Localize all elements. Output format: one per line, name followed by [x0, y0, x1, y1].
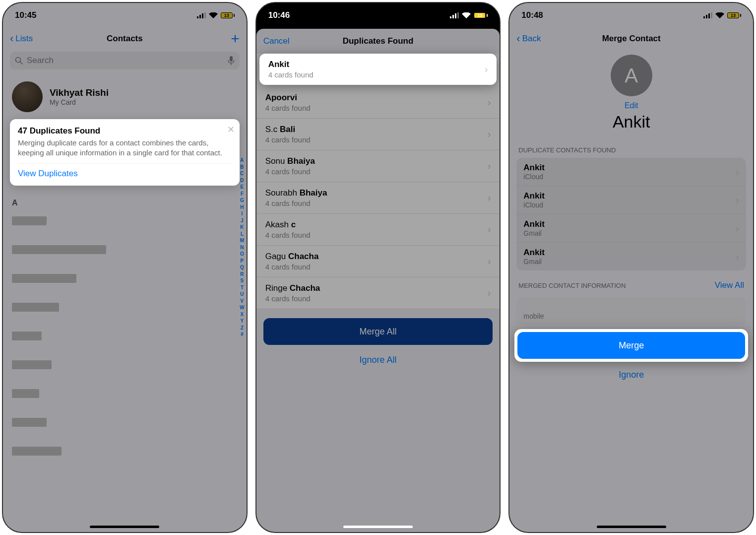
- svg-rect-8: [450, 16, 451, 18]
- home-indicator[interactable]: [90, 526, 159, 528]
- status-bar: 10:48 13: [509, 3, 753, 28]
- svg-rect-1: [199, 15, 201, 18]
- contact-subtitle: 4 cards found: [265, 294, 488, 303]
- duplicate-row[interactable]: Ringe Chacha4 cards found›: [256, 277, 500, 309]
- signal-icon: [450, 12, 459, 18]
- contact-subtitle: 4 cards found: [265, 167, 488, 176]
- duplicates-list: Ankit4 cards found›Apoorvi4 cards found›…: [256, 54, 500, 309]
- back-chevron-icon[interactable]: ‹: [10, 32, 13, 45]
- contact-row[interactable]: [12, 303, 247, 326]
- contact-first: Gagu: [265, 252, 288, 261]
- contact-row[interactable]: [12, 447, 247, 469]
- duplicate-source-row[interactable]: AnkitGmail›: [516, 243, 746, 270]
- page-title: Duplicates Found: [343, 36, 414, 46]
- svg-rect-2: [202, 13, 203, 18]
- contact-bold: Bhaiya: [300, 188, 327, 198]
- duplicate-row[interactable]: S.c Bali4 cards found›: [256, 119, 500, 150]
- cancel-button[interactable]: Cancel: [263, 36, 290, 46]
- signal-icon: [703, 12, 712, 18]
- contact-bold: Apoorvi: [265, 93, 297, 102]
- duplicate-sources-list: AnkitiCloud›AnkitiCloud›AnkitGmail›Ankit…: [516, 158, 746, 270]
- search-input[interactable]: Search: [10, 52, 240, 69]
- svg-rect-9: [452, 15, 454, 18]
- status-bar: 10:45 13: [3, 3, 247, 28]
- contact-subtitle: 4 cards found: [265, 263, 488, 271]
- contact-row[interactable]: [12, 216, 247, 239]
- chevron-right-icon: ›: [485, 64, 488, 75]
- chevron-right-icon: ›: [736, 251, 739, 263]
- duplicate-source-row[interactable]: AnkitiCloud›: [516, 186, 746, 214]
- chevron-right-icon: ›: [488, 160, 491, 172]
- lists-back-button[interactable]: Lists: [15, 34, 33, 44]
- svg-rect-13: [706, 15, 707, 18]
- mic-icon[interactable]: [228, 56, 235, 65]
- dup-source: Gmail: [523, 258, 545, 266]
- merged-info-panel: mobile: [516, 297, 746, 324]
- phone-screen-3: 10:48 13 ‹ Back Merge Contact: [508, 2, 754, 533]
- my-card-row[interactable]: Vikhyat Rishi My Card: [3, 74, 247, 119]
- avatar: [12, 81, 43, 112]
- duplicate-row[interactable]: Ankit4 cards found›: [259, 54, 497, 85]
- dup-name: Ankit: [523, 219, 545, 229]
- contact-row[interactable]: [12, 245, 247, 268]
- view-duplicates-button[interactable]: View Duplicates: [18, 169, 232, 179]
- status-time: 10:48: [521, 10, 543, 20]
- contact-name: Ankit: [518, 112, 744, 132]
- contact-row[interactable]: [12, 360, 247, 383]
- popup-title: 47 Duplicates Found: [18, 126, 232, 136]
- home-indicator[interactable]: [597, 526, 666, 528]
- popup-body: Merging duplicate cards for a contact co…: [18, 138, 232, 157]
- merge-button[interactable]: Merge: [517, 332, 745, 359]
- add-contact-button[interactable]: +: [231, 30, 240, 47]
- ignore-all-button[interactable]: Ignore All: [256, 350, 500, 370]
- chevron-right-icon: ›: [488, 224, 491, 235]
- duplicate-row[interactable]: Akash c4 cards found›: [256, 214, 500, 246]
- search-placeholder: Search: [27, 56, 224, 66]
- contact-subtitle: 4 cards found: [268, 70, 485, 79]
- contact-subtitle: 4 cards found: [265, 199, 488, 207]
- contact-first: Sonu: [265, 156, 287, 166]
- my-card-sub: My Card: [50, 98, 109, 106]
- dup-name: Ankit: [523, 163, 545, 173]
- svg-rect-6: [230, 56, 233, 62]
- contact-row[interactable]: [12, 274, 247, 297]
- contact-row[interactable]: [12, 332, 247, 354]
- svg-rect-11: [457, 12, 459, 18]
- merge-all-button[interactable]: Merge All: [263, 318, 493, 345]
- contacts-screen: 10:45 13 ‹ Lists Contacts +: [3, 3, 247, 532]
- dup-source: iCloud: [523, 173, 545, 181]
- duplicate-row[interactable]: Sourabh Bhaiya4 cards found›: [256, 182, 500, 214]
- view-all-button[interactable]: View All: [715, 280, 744, 290]
- contact-first: Sourabh: [265, 188, 300, 198]
- phone-screen-2: 10:46 13 Cancel Duplicates Found Ankit4 …: [255, 2, 501, 533]
- close-icon[interactable]: ✕: [227, 124, 235, 135]
- duplicate-source-row[interactable]: AnkitGmail›: [516, 214, 746, 243]
- contact-row[interactable]: [12, 389, 247, 412]
- chevron-right-icon: ›: [736, 166, 739, 178]
- contact-bold: Bali: [280, 125, 295, 134]
- back-chevron-icon[interactable]: ‹: [516, 32, 520, 45]
- back-button[interactable]: Back: [522, 34, 541, 44]
- duplicate-row[interactable]: Sonu Bhaiya4 cards found›: [256, 150, 500, 182]
- contact-avatar: A: [611, 55, 652, 96]
- duplicate-source-row[interactable]: AnkitiCloud›: [516, 158, 746, 186]
- duplicate-row[interactable]: Apoorvi4 cards found›: [256, 87, 500, 119]
- contact-first: Ringe: [265, 283, 290, 293]
- phone-screen-1: 10:45 13 ‹ Lists Contacts +: [2, 2, 248, 533]
- svg-rect-3: [204, 12, 206, 18]
- home-indicator[interactable]: [343, 526, 413, 528]
- battery-indicator: 13: [221, 12, 235, 18]
- chevron-right-icon: ›: [488, 97, 491, 108]
- alpha-index[interactable]: A B C D E F G H I J K L M N O P Q R S T …: [240, 157, 244, 338]
- contact-row[interactable]: [12, 418, 247, 441]
- ignore-button[interactable]: Ignore: [509, 365, 753, 385]
- duplicates-popup: ✕ 47 Duplicates Found Merging duplicate …: [10, 119, 240, 186]
- edit-button[interactable]: Edit: [518, 101, 744, 110]
- nav-bar: ‹ Lists Contacts +: [3, 28, 247, 50]
- contact-subtitle: 4 cards found: [265, 231, 488, 239]
- contact-bold: c: [291, 220, 296, 229]
- mobile-label: mobile: [523, 312, 739, 320]
- status-time: 10:46: [268, 10, 290, 20]
- contact-first: S.c: [265, 125, 280, 134]
- duplicate-row[interactable]: Gagu Chacha4 cards found›: [256, 246, 500, 277]
